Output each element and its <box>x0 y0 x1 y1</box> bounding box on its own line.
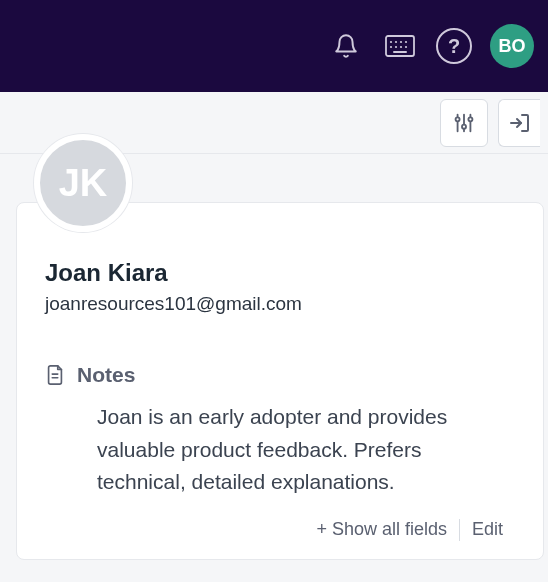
help-button[interactable]: ? <box>436 28 472 64</box>
contact-email: joanresources101@gmail.com <box>45 293 515 315</box>
show-all-fields-link[interactable]: + Show all fields <box>304 519 459 540</box>
svg-point-14 <box>462 124 466 128</box>
profile-avatar: JK <box>34 134 132 232</box>
svg-point-15 <box>468 117 472 121</box>
contact-name: Joan Kiara <box>45 259 515 287</box>
notes-label: Notes <box>77 363 135 387</box>
bell-icon <box>333 33 359 59</box>
notifications-button[interactable] <box>328 28 364 64</box>
user-avatar-initials: BO <box>499 36 526 57</box>
document-icon <box>45 364 65 386</box>
card-actions: + Show all fields Edit <box>45 519 515 541</box>
question-mark-icon: ? <box>448 35 460 58</box>
keyboard-button[interactable] <box>382 28 418 64</box>
notes-body: Joan is an early adopter and provides va… <box>45 401 515 499</box>
edit-link[interactable]: Edit <box>460 519 515 540</box>
topbar: ? BO <box>0 0 548 92</box>
sliders-icon <box>453 112 475 134</box>
settings-button[interactable] <box>440 99 488 147</box>
enter-icon <box>508 111 532 135</box>
svg-point-13 <box>456 117 460 121</box>
expand-button[interactable] <box>498 99 540 147</box>
contact-card: Joan Kiara joanresources101@gmail.com No… <box>16 202 544 560</box>
notes-section-header: Notes <box>45 363 515 387</box>
keyboard-icon <box>385 35 415 57</box>
user-avatar[interactable]: BO <box>490 24 534 68</box>
profile-avatar-initials: JK <box>59 162 108 205</box>
